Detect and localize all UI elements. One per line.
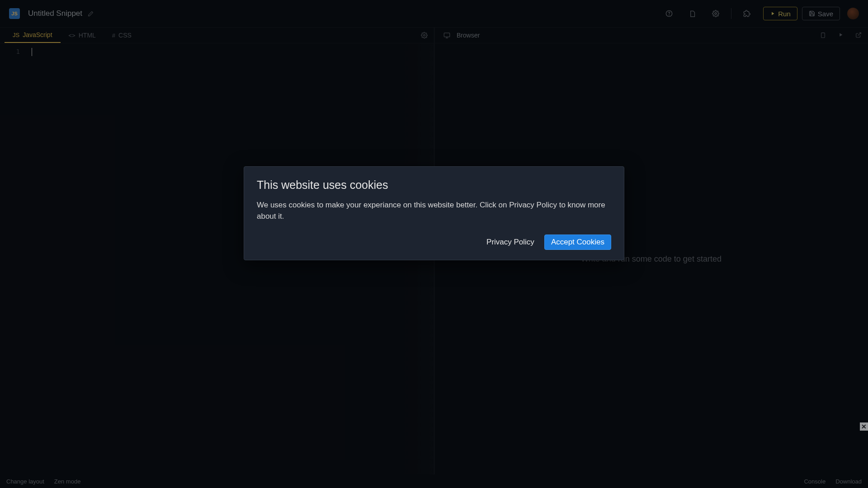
accept-cookies-button[interactable]: Accept Cookies [544, 235, 611, 250]
privacy-policy-link[interactable]: Privacy Policy [486, 238, 534, 247]
modal-backdrop: This website uses cookies We uses cookie… [0, 0, 868, 488]
cookie-modal: This website uses cookies We uses cookie… [244, 166, 624, 260]
modal-body: We uses cookies to make your experiance … [257, 200, 611, 222]
modal-actions: Privacy Policy Accept Cookies [257, 235, 611, 250]
modal-title: This website uses cookies [257, 178, 611, 192]
